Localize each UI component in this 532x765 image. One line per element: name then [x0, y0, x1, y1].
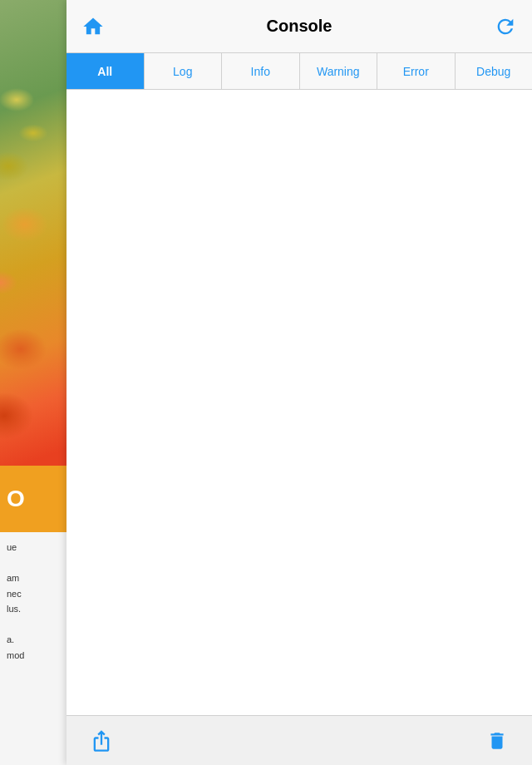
- refresh-icon[interactable]: [492, 13, 519, 40]
- trash-icon[interactable]: [482, 726, 512, 756]
- header: Console: [66, 0, 532, 53]
- console-content[interactable]: [66, 90, 532, 715]
- tab-debug[interactable]: Debug: [456, 53, 533, 89]
- left-panel: O ue am nec lus. a. mod: [0, 0, 66, 765]
- tab-bar: All Log Info Warning Error Debug: [66, 53, 532, 90]
- text-line-5: lus.: [7, 602, 60, 616]
- orange-banner-text: O: [7, 486, 25, 512]
- tab-warning[interactable]: Warning: [300, 53, 378, 89]
- text-line-4: nec: [7, 587, 60, 601]
- header-title: Console: [106, 17, 492, 36]
- text-line-7: a.: [7, 633, 60, 647]
- left-panel-text: ue am nec lus. a. mod: [0, 532, 66, 765]
- tab-error[interactable]: Error: [377, 53, 456, 89]
- share-icon[interactable]: [86, 726, 116, 756]
- orange-banner: O: [0, 466, 66, 532]
- text-line-6: [7, 618, 60, 632]
- text-line-3: am: [7, 571, 60, 585]
- text-line-1: ue: [7, 540, 60, 555]
- home-icon[interactable]: [80, 13, 106, 40]
- tab-all[interactable]: All: [66, 53, 145, 89]
- text-line-2: [7, 556, 60, 570]
- food-image: [0, 0, 66, 532]
- console-panel: Console All Log Info Warning Error Debug: [66, 0, 532, 765]
- bottom-toolbar: [66, 715, 532, 765]
- text-line-8: mod: [7, 649, 60, 663]
- tab-info[interactable]: Info: [222, 53, 300, 89]
- tab-log[interactable]: Log: [145, 53, 223, 89]
